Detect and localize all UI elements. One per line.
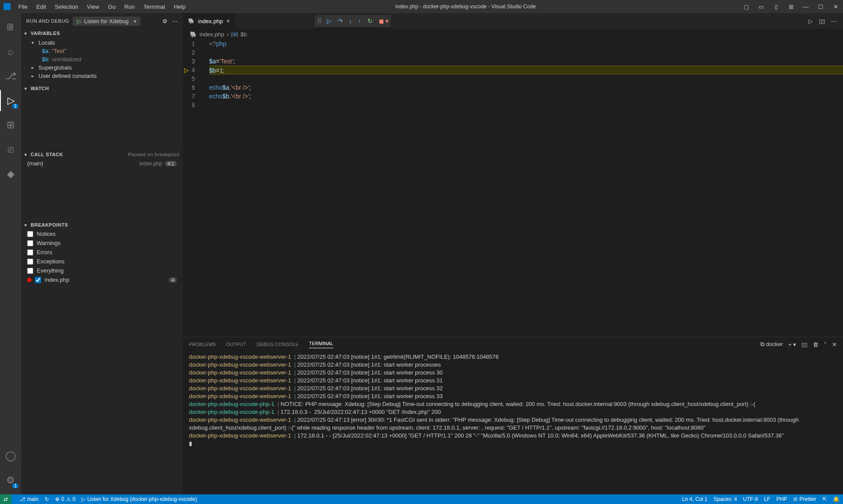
breakpoint-category[interactable]: Errors [21, 248, 183, 257]
breakpoint-category[interactable]: Exceptions [21, 257, 183, 266]
trash-icon[interactable]: 🗑 [813, 341, 819, 348]
language-status[interactable]: PHP [777, 496, 787, 502]
run-debug-label: RUN AND DEBUG [26, 18, 69, 24]
breakpoints-section-header[interactable]: ▾ BREAKPOINTS [21, 220, 183, 229]
menu-selection[interactable]: Selection [51, 2, 81, 12]
variable-row[interactable]: $a: "Test" [21, 47, 183, 55]
editor-tab-index-php[interactable]: 🐘 index.php × [183, 13, 236, 29]
breakpoint-checkbox[interactable] [27, 249, 33, 256]
gear-icon[interactable]: ⚙ [162, 18, 168, 24]
breadcrumb[interactable]: 🐘 index.php › [⊘] $b [183, 29, 843, 39]
step-out-button[interactable]: ↑ [358, 18, 361, 24]
new-terminal-button[interactable]: + ▾ [788, 341, 796, 348]
extensions-icon[interactable]: ⊞ [0, 115, 21, 136]
cursor-position[interactable]: Ln 4, Col 1 [682, 496, 707, 502]
sync-button[interactable]: ↻ [45, 496, 49, 502]
panel-tab-output[interactable]: OUTPUT [226, 342, 246, 347]
breakpoint-checkbox[interactable] [27, 268, 33, 274]
scm-branch[interactable]: ⎇ main [19, 496, 38, 502]
menu-edit[interactable]: Edit [33, 2, 49, 12]
code-editor[interactable]: ▷ 12345678 <?php$a = 'Test';$b = 1;echo … [183, 39, 843, 337]
run-icon[interactable]: ▷ [808, 18, 813, 24]
breakpoint-category[interactable]: Notices [21, 229, 183, 238]
layout-icon[interactable]: ⊞ [787, 4, 795, 10]
debug-toolbar[interactable]: ⠿ ▷ ↷ ↓ ↑ ↻ ◼ ▾ [315, 15, 392, 27]
problems-status[interactable]: ⊗ 0 ⚠ 0 [55, 496, 75, 502]
variable-row[interactable]: $b: uninitialized [21, 55, 183, 63]
breakpoint-checkbox[interactable] [27, 259, 33, 265]
debug-status[interactable]: ▷ Listen for Xdebug (docker-php-xdebug-v… [81, 496, 197, 502]
layout-icon[interactable]: ▯ [772, 4, 780, 10]
terminal-shell-label[interactable]: ⧉ docker [760, 341, 783, 348]
encoding-status[interactable]: UTF-8 [743, 496, 758, 502]
indent-status[interactable]: Spaces: 4 [714, 496, 737, 502]
close-panel-button[interactable]: ✕ [832, 341, 837, 348]
variables-scope-superglobals[interactable]: ▸ Superglobals [21, 63, 183, 72]
more-icon[interactable]: ⋯ [831, 18, 837, 24]
split-terminal-button[interactable]: ▯▯ [801, 341, 808, 348]
settings-icon[interactable]: ⚙1 [0, 470, 21, 491]
close-icon[interactable]: × [226, 18, 230, 24]
code-line[interactable] [209, 74, 843, 83]
menu-run[interactable]: Run [121, 2, 138, 12]
php-icon: 🐘 [188, 18, 195, 24]
minimize-button[interactable]: — [802, 4, 810, 10]
eol-status[interactable]: LF [764, 496, 770, 502]
debug-icon[interactable]: ▷1 [0, 90, 21, 111]
panel-tab-terminal[interactable]: TERMINAL [309, 341, 333, 348]
stack-frame[interactable]: {main} index.php 4:1 [21, 159, 183, 168]
restart-button[interactable]: ↻ [367, 18, 373, 24]
chevron-up-icon[interactable]: ˄ [824, 341, 827, 348]
breakpoint-checkbox[interactable] [27, 231, 33, 237]
variables-scope-locals[interactable]: ▾ Locals [21, 38, 183, 47]
code-line[interactable] [209, 48, 843, 57]
remote-indicator[interactable]: ⇄ [0, 494, 11, 504]
terminal-output[interactable]: docker-php-xdebug-vscode-webserver-1 | 2… [183, 351, 843, 494]
continue-button[interactable]: ▷ [327, 18, 332, 24]
stop-button[interactable]: ◼ ▾ [379, 18, 389, 24]
callstack-section-header[interactable]: ▾ CALL STACK Paused on breakpoint [21, 150, 183, 159]
feedback-icon[interactable]: ⇱ [822, 496, 827, 502]
maximize-button[interactable]: ☐ [817, 4, 825, 10]
menu-file[interactable]: File [15, 2, 31, 12]
breakpoint-file-row[interactable]: index.php 4 [21, 275, 183, 284]
bell-icon[interactable]: 🔔 [833, 496, 840, 502]
docker-icon[interactable]: ◆ [0, 164, 21, 185]
more-icon[interactable]: ⋯ [172, 18, 178, 24]
close-button[interactable]: ✕ [832, 4, 840, 10]
explorer-icon[interactable]: 🗎 [0, 17, 21, 38]
remote-icon[interactable]: ⎚ [0, 139, 21, 160]
code-line[interactable]: echo $a . '<br />'; [209, 83, 843, 92]
step-over-button[interactable]: ↷ [338, 18, 343, 24]
panel-tab-debug-console[interactable]: DEBUG CONSOLE [256, 342, 298, 347]
grip-icon[interactable]: ⠿ [317, 18, 321, 24]
debug-config-dropdown[interactable]: ▷ Listen for Xdebug ▾ [73, 17, 140, 26]
variables-scope-constants[interactable]: ▸ User defined constants [21, 72, 183, 80]
layout-icon[interactable]: ▭ [757, 4, 765, 10]
code-line[interactable]: <?php [209, 39, 843, 48]
split-icon[interactable]: ▯▯ [819, 18, 825, 24]
account-icon[interactable]: ◯ [0, 445, 21, 466]
menu-go[interactable]: Go [105, 2, 119, 12]
breakpoint-category[interactable]: Everything [21, 266, 183, 275]
chevron-right-icon: ▸ [31, 74, 37, 78]
menu-view[interactable]: View [84, 2, 103, 12]
step-into-button[interactable]: ↓ [349, 18, 352, 24]
code-line[interactable]: echo $b . '<br />'; [209, 92, 843, 101]
breakpoint-category[interactable]: Warnings [21, 238, 183, 248]
prettier-status[interactable]: ⊘ Prettier [793, 496, 816, 502]
search-icon[interactable]: ⌕ [0, 41, 21, 62]
variables-section-header[interactable]: ▾ VARIABLES [21, 29, 183, 38]
breakpoint-checkbox[interactable] [35, 277, 41, 283]
scm-icon[interactable]: ⎇ [0, 66, 21, 87]
code-line[interactable]: $b = 1; [209, 66, 843, 74]
code-line[interactable] [209, 101, 843, 109]
menu-terminal[interactable]: Terminal [140, 2, 168, 12]
panel-tab-problems[interactable]: PROBLEMS [189, 342, 216, 347]
watch-section-header[interactable]: ▾ WATCH [21, 84, 183, 93]
layout-icon[interactable]: ▢ [742, 4, 750, 10]
code-line[interactable]: $a = 'Test'; [209, 57, 843, 66]
breakpoint-checkbox[interactable] [27, 240, 33, 246]
activity-bar: 🗎 ⌕ ⎇ ▷1 ⊞ ⎚ ◆ ◯ ⚙1 [0, 13, 21, 494]
menu-help[interactable]: Help [170, 2, 189, 12]
